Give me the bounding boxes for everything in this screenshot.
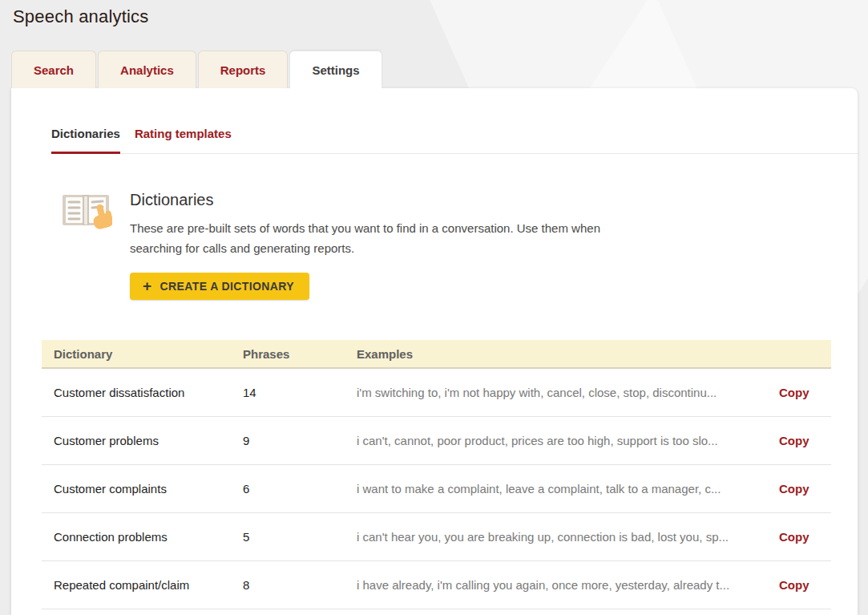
column-header-phrases: Phrases <box>243 347 357 361</box>
section-description: These are pre-built sets of words that y… <box>130 218 636 258</box>
dictionary-book-icon <box>59 188 112 239</box>
column-header-dictionary: Dictionary <box>54 347 243 361</box>
page-title: Speech analytics <box>13 6 868 27</box>
table-row: Customer problems 9 i can't, cannot, poo… <box>42 417 831 465</box>
subtab-dictionaries[interactable]: Dictionaries <box>51 127 120 154</box>
plus-icon: + <box>143 281 152 292</box>
column-header-examples: Examples <box>357 347 779 361</box>
dictionary-name-cell: Customer dissatisfaction <box>54 386 243 399</box>
examples-cell: i'm switching to, i'm not happy with, ca… <box>357 386 779 399</box>
dictionary-name-cell: Repeated compaint/claim <box>54 578 243 592</box>
tab-analytics[interactable]: Analytics <box>98 51 196 88</box>
copy-link[interactable]: Copy <box>779 530 809 544</box>
table-row: Customer complaints 6 i want to make a c… <box>42 465 831 513</box>
phrases-count-cell: 14 <box>243 386 357 399</box>
phrases-count-cell: 6 <box>243 482 357 496</box>
copy-link[interactable]: Copy <box>779 482 809 496</box>
settings-sub-tab-bar: Dictionaries Rating templates <box>51 88 858 154</box>
create-dictionary-button[interactable]: + CREATE A DICTIONARY <box>130 273 309 300</box>
tab-search[interactable]: Search <box>11 51 96 88</box>
tab-settings[interactable]: Settings <box>289 51 382 88</box>
main-tab-bar: Search Analytics Reports Settings <box>11 51 868 88</box>
phrases-count-cell: 8 <box>243 578 357 592</box>
dictionary-name-cell: Connection problems <box>54 530 243 544</box>
section-title: Dictionaries <box>130 191 636 209</box>
settings-panel: Dictionaries Rating templates <box>11 88 858 615</box>
dictionary-name-cell: Customer problems <box>54 434 243 447</box>
table-row: Repeated compaint/claim 8 i have already… <box>42 561 831 609</box>
examples-cell: i can't hear you, you are breaking up, c… <box>357 530 779 544</box>
tab-reports[interactable]: Reports <box>198 51 289 88</box>
copy-link[interactable]: Copy <box>779 434 809 447</box>
dictionary-name-cell: Customer complaints <box>54 482 243 496</box>
copy-link[interactable]: Copy <box>779 578 809 592</box>
examples-cell: i can't, cannot, poor product, prices ar… <box>357 434 779 447</box>
examples-cell: i want to make a complaint, leave a comp… <box>357 482 779 496</box>
subtab-rating-templates[interactable]: Rating templates <box>135 127 232 154</box>
dictionaries-table: Dictionary Phrases Examples Customer dis… <box>42 340 831 609</box>
examples-cell: i have already, i'm calling you again, o… <box>357 578 779 592</box>
table-header-row: Dictionary Phrases Examples <box>42 340 831 369</box>
copy-link[interactable]: Copy <box>779 386 809 399</box>
phrases-count-cell: 5 <box>243 530 357 544</box>
dictionaries-section: Dictionaries These are pre-built sets of… <box>59 188 858 300</box>
table-row: Connection problems 5 i can't hear you, … <box>42 513 831 561</box>
table-row: Customer dissatisfaction 14 i'm switchin… <box>42 369 831 417</box>
phrases-count-cell: 9 <box>243 434 357 447</box>
create-dictionary-button-label: CREATE A DICTIONARY <box>160 280 295 293</box>
